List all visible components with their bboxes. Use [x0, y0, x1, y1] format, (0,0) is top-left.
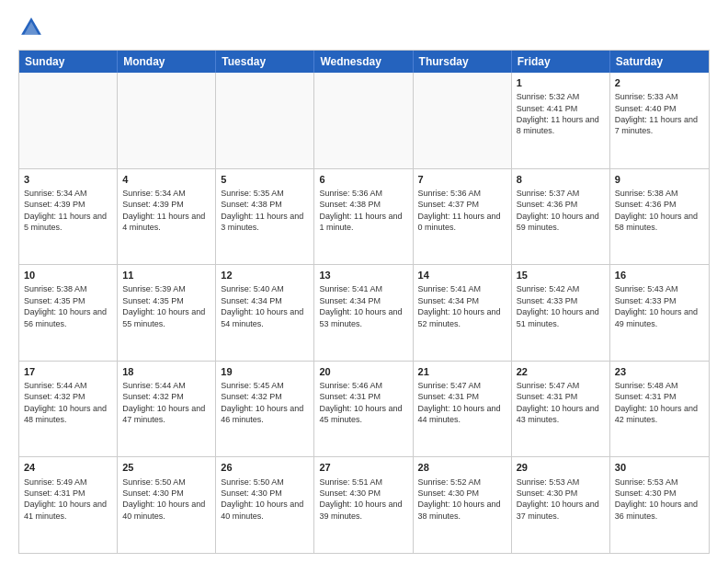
- calendar-row: 3Sunrise: 5:34 AMSunset: 4:39 PMDaylight…: [19, 168, 709, 265]
- calendar-cell: 7Sunrise: 5:36 AMSunset: 4:37 PMDaylight…: [414, 169, 512, 265]
- cell-text: Sunrise: 5:36 AMSunset: 4:37 PMDaylight:…: [418, 189, 501, 232]
- cell-text: Sunrise: 5:43 AMSunset: 4:33 PMDaylight:…: [615, 284, 698, 327]
- cell-text: Sunrise: 5:32 AMSunset: 4:41 PMDaylight:…: [517, 92, 599, 135]
- calendar-cell: 2Sunrise: 5:33 AMSunset: 4:40 PMDaylight…: [610, 73, 709, 168]
- day-number: 27: [319, 461, 407, 474]
- logo: [18, 15, 48, 40]
- cell-text: Sunrise: 5:38 AMSunset: 4:36 PMDaylight:…: [615, 189, 698, 232]
- calendar-cell: 9Sunrise: 5:38 AMSunset: 4:36 PMDaylight…: [610, 169, 709, 265]
- day-number: 1: [517, 76, 605, 89]
- day-number: 10: [24, 269, 112, 282]
- cell-text: Sunrise: 5:36 AMSunset: 4:38 PMDaylight:…: [319, 189, 402, 232]
- weekday-header: Friday: [512, 51, 610, 73]
- day-number: 23: [615, 365, 704, 378]
- day-number: 12: [221, 269, 309, 282]
- weekday-header: Saturday: [610, 51, 709, 73]
- day-number: 5: [221, 173, 309, 186]
- cell-text: Sunrise: 5:44 AMSunset: 4:32 PMDaylight:…: [122, 381, 205, 424]
- cell-text: Sunrise: 5:49 AMSunset: 4:31 PMDaylight:…: [24, 477, 107, 521]
- day-number: 22: [517, 365, 605, 378]
- weekday-header: Monday: [118, 51, 216, 73]
- day-number: 13: [319, 269, 407, 282]
- calendar-cell: 12Sunrise: 5:40 AMSunset: 4:34 PMDayligh…: [216, 265, 314, 361]
- header: [18, 15, 710, 40]
- day-number: 18: [122, 365, 210, 378]
- calendar-cell: 26Sunrise: 5:50 AMSunset: 4:30 PMDayligh…: [216, 457, 314, 553]
- cell-text: Sunrise: 5:34 AMSunset: 4:39 PMDaylight:…: [122, 189, 205, 232]
- calendar-cell: 22Sunrise: 5:47 AMSunset: 4:31 PMDayligh…: [512, 362, 610, 457]
- calendar-cell: 28Sunrise: 5:52 AMSunset: 4:30 PMDayligh…: [414, 457, 512, 553]
- day-number: 20: [319, 365, 407, 378]
- calendar-cell: 1Sunrise: 5:32 AMSunset: 4:41 PMDaylight…: [512, 73, 610, 168]
- calendar-cell: 11Sunrise: 5:39 AMSunset: 4:35 PMDayligh…: [118, 265, 216, 361]
- cell-text: Sunrise: 5:41 AMSunset: 4:34 PMDaylight:…: [418, 284, 501, 327]
- calendar-cell: 23Sunrise: 5:48 AMSunset: 4:31 PMDayligh…: [610, 362, 709, 457]
- cell-text: Sunrise: 5:34 AMSunset: 4:39 PMDaylight:…: [24, 189, 107, 232]
- day-number: 3: [24, 173, 112, 186]
- calendar-row: 17Sunrise: 5:44 AMSunset: 4:32 PMDayligh…: [19, 361, 709, 457]
- cell-text: Sunrise: 5:35 AMSunset: 4:38 PMDaylight:…: [221, 189, 303, 232]
- cell-text: Sunrise: 5:51 AMSunset: 4:30 PMDaylight:…: [319, 477, 402, 521]
- calendar-cell: [118, 73, 216, 168]
- logo-icon: [18, 15, 44, 40]
- cell-text: Sunrise: 5:46 AMSunset: 4:31 PMDaylight:…: [319, 381, 402, 424]
- day-number: 7: [418, 173, 506, 186]
- calendar-cell: 10Sunrise: 5:38 AMSunset: 4:35 PMDayligh…: [19, 265, 118, 361]
- calendar-cell: 5Sunrise: 5:35 AMSunset: 4:38 PMDaylight…: [216, 169, 314, 265]
- cell-text: Sunrise: 5:48 AMSunset: 4:31 PMDaylight:…: [615, 381, 698, 424]
- day-number: 11: [122, 269, 210, 282]
- cell-text: Sunrise: 5:41 AMSunset: 4:34 PMDaylight:…: [319, 284, 402, 327]
- calendar-cell: 3Sunrise: 5:34 AMSunset: 4:39 PMDaylight…: [19, 169, 118, 265]
- calendar-body: 1Sunrise: 5:32 AMSunset: 4:41 PMDaylight…: [19, 73, 709, 553]
- calendar-cell: 14Sunrise: 5:41 AMSunset: 4:34 PMDayligh…: [414, 265, 512, 361]
- calendar-cell: [19, 73, 118, 168]
- calendar-cell: 18Sunrise: 5:44 AMSunset: 4:32 PMDayligh…: [118, 362, 216, 457]
- cell-text: Sunrise: 5:52 AMSunset: 4:30 PMDaylight:…: [418, 477, 501, 521]
- day-number: 24: [24, 461, 112, 474]
- cell-text: Sunrise: 5:33 AMSunset: 4:40 PMDaylight:…: [615, 92, 698, 135]
- cell-text: Sunrise: 5:40 AMSunset: 4:34 PMDaylight:…: [221, 284, 303, 327]
- weekday-header: Wednesday: [314, 51, 413, 73]
- day-number: 30: [615, 461, 704, 474]
- calendar-row: 10Sunrise: 5:38 AMSunset: 4:35 PMDayligh…: [19, 264, 709, 361]
- cell-text: Sunrise: 5:37 AMSunset: 4:36 PMDaylight:…: [517, 189, 599, 232]
- calendar-cell: 6Sunrise: 5:36 AMSunset: 4:38 PMDaylight…: [314, 169, 413, 265]
- day-number: 9: [615, 173, 704, 186]
- day-number: 16: [615, 269, 704, 282]
- cell-text: Sunrise: 5:39 AMSunset: 4:35 PMDaylight:…: [122, 284, 205, 327]
- calendar-cell: 21Sunrise: 5:47 AMSunset: 4:31 PMDayligh…: [414, 362, 512, 457]
- day-number: 19: [221, 365, 309, 378]
- calendar-cell: 8Sunrise: 5:37 AMSunset: 4:36 PMDaylight…: [512, 169, 610, 265]
- cell-text: Sunrise: 5:47 AMSunset: 4:31 PMDaylight:…: [418, 381, 501, 424]
- day-number: 25: [122, 461, 210, 474]
- day-number: 28: [418, 461, 506, 474]
- calendar-header: SundayMondayTuesdayWednesdayThursdayFrid…: [19, 51, 709, 73]
- day-number: 21: [418, 365, 506, 378]
- calendar-cell: [314, 73, 413, 168]
- day-number: 6: [319, 173, 407, 186]
- calendar-cell: 27Sunrise: 5:51 AMSunset: 4:30 PMDayligh…: [314, 457, 413, 553]
- calendar-cell: 16Sunrise: 5:43 AMSunset: 4:33 PMDayligh…: [610, 265, 709, 361]
- calendar-cell: [414, 73, 512, 168]
- cell-text: Sunrise: 5:50 AMSunset: 4:30 PMDaylight:…: [221, 477, 303, 521]
- cell-text: Sunrise: 5:47 AMSunset: 4:31 PMDaylight:…: [517, 381, 599, 424]
- calendar-row: 1Sunrise: 5:32 AMSunset: 4:41 PMDaylight…: [19, 73, 709, 168]
- calendar-cell: 4Sunrise: 5:34 AMSunset: 4:39 PMDaylight…: [118, 169, 216, 265]
- page: SundayMondayTuesdayWednesdayThursdayFrid…: [0, 0, 728, 563]
- day-number: 4: [122, 173, 210, 186]
- day-number: 14: [418, 269, 506, 282]
- day-number: 15: [517, 269, 605, 282]
- calendar-cell: 15Sunrise: 5:42 AMSunset: 4:33 PMDayligh…: [512, 265, 610, 361]
- calendar-cell: 19Sunrise: 5:45 AMSunset: 4:32 PMDayligh…: [216, 362, 314, 457]
- calendar-cell: 20Sunrise: 5:46 AMSunset: 4:31 PMDayligh…: [314, 362, 413, 457]
- day-number: 17: [24, 365, 112, 378]
- cell-text: Sunrise: 5:38 AMSunset: 4:35 PMDaylight:…: [24, 284, 107, 327]
- calendar-cell: 24Sunrise: 5:49 AMSunset: 4:31 PMDayligh…: [19, 457, 118, 553]
- day-number: 29: [517, 461, 605, 474]
- cell-text: Sunrise: 5:53 AMSunset: 4:30 PMDaylight:…: [517, 477, 599, 521]
- calendar-cell: 17Sunrise: 5:44 AMSunset: 4:32 PMDayligh…: [19, 362, 118, 457]
- calendar: SundayMondayTuesdayWednesdayThursdayFrid…: [18, 50, 710, 554]
- calendar-row: 24Sunrise: 5:49 AMSunset: 4:31 PMDayligh…: [19, 456, 709, 553]
- calendar-cell: 13Sunrise: 5:41 AMSunset: 4:34 PMDayligh…: [314, 265, 413, 361]
- weekday-header: Tuesday: [216, 51, 314, 73]
